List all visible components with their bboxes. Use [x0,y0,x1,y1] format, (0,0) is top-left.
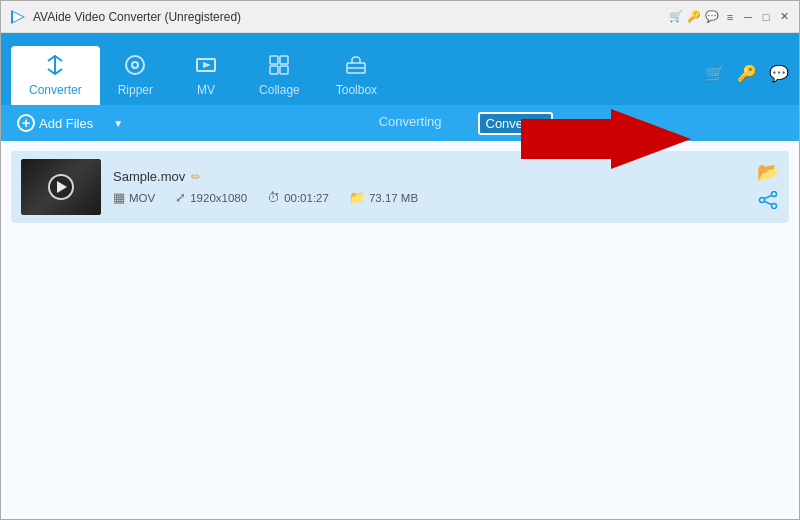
play-triangle-icon [57,181,67,193]
format-icon: ▦ [113,190,125,205]
close-button[interactable]: ✕ [777,10,791,24]
sub-tab-converting[interactable]: Converting [373,112,448,135]
tab-collage[interactable]: Collage [241,46,318,105]
key-nav-icon[interactable]: 🔑 [737,64,757,83]
share-icon[interactable] [758,191,778,214]
sub-tab-converted[interactable]: Converted [478,112,554,135]
file-thumbnail[interactable] [21,159,101,215]
tab-toolbox-label: Toolbox [336,83,377,97]
shop-icon[interactable]: 🛒 [705,64,725,83]
duration-icon: ⏱ [267,190,280,205]
tab-mv-label: MV [197,83,215,97]
size-value: 73.17 MB [369,192,418,204]
svg-line-15 [764,195,772,199]
svg-point-12 [772,191,777,196]
svg-rect-8 [270,66,278,74]
file-row: Sample.mov ✏ ▦ MOV ⤢ 1920x1080 ⏱ 00:01:2… [11,151,789,223]
svg-point-3 [126,56,144,74]
add-files-label: Add Files [39,116,93,131]
ripper-icon [124,54,146,79]
minimize-button[interactable]: ─ [741,10,755,24]
converter-icon [44,54,66,79]
collage-icon [268,54,290,79]
tab-converter[interactable]: Converter [11,46,100,105]
resolution-value: 1920x1080 [190,192,247,204]
app-title: AVAide Video Converter (Unregistered) [33,10,241,24]
chat-icon[interactable]: 💬 [705,10,719,24]
tab-ripper[interactable]: Ripper [100,46,171,105]
tab-ripper-label: Ripper [118,83,153,97]
resolution-icon: ⤢ [175,190,186,205]
file-info: Sample.mov ✏ ▦ MOV ⤢ 1920x1080 ⏱ 00:01:2… [113,169,745,205]
add-files-button[interactable]: + Add Files [17,114,93,132]
add-files-plus-icon: + [17,114,35,132]
svg-rect-9 [280,66,288,74]
svg-line-16 [764,201,772,205]
edit-icon[interactable]: ✏ [191,170,201,184]
file-format: ▦ MOV [113,190,155,205]
file-size: 📁 73.17 MB [349,190,418,205]
svg-rect-6 [270,56,278,64]
file-name: Sample.mov [113,169,185,184]
size-icon: 📁 [349,190,365,205]
toolbox-icon [345,54,367,79]
file-actions: 📂 [757,161,779,214]
add-files-dropdown-arrow[interactable]: ▼ [113,118,123,129]
play-button[interactable] [48,174,74,200]
svg-point-14 [760,197,765,202]
svg-point-4 [132,62,138,68]
title-bar: AVAide Video Converter (Unregistered) 🛒 … [1,1,799,33]
file-resolution: ⤢ 1920x1080 [175,190,247,205]
cart-icon[interactable]: 🛒 [669,10,683,24]
folder-open-icon[interactable]: 📂 [757,161,779,183]
menu-icon[interactable]: ≡ [723,10,737,24]
svg-rect-7 [280,56,288,64]
maximize-button[interactable]: □ [759,10,773,24]
duration-value: 00:01:27 [284,192,329,204]
format-value: MOV [129,192,155,204]
mv-icon [195,54,217,79]
key-icon[interactable]: 🔑 [687,10,701,24]
content-area: Sample.mov ✏ ▦ MOV ⤢ 1920x1080 ⏱ 00:01:2… [1,141,799,520]
chat-nav-icon[interactable]: 💬 [769,64,789,83]
tab-converter-label: Converter [29,83,82,97]
tab-collage-label: Collage [259,83,300,97]
file-duration: ⏱ 00:01:27 [267,190,329,205]
tab-toolbox[interactable]: Toolbox [318,46,395,105]
svg-point-13 [772,203,777,208]
app-icon [9,8,27,26]
tab-mv[interactable]: MV [171,46,241,105]
nav-bar: Converter Ripper MV [1,33,799,105]
sub-bar: + Add Files ▼ Converting Converted [1,105,799,141]
